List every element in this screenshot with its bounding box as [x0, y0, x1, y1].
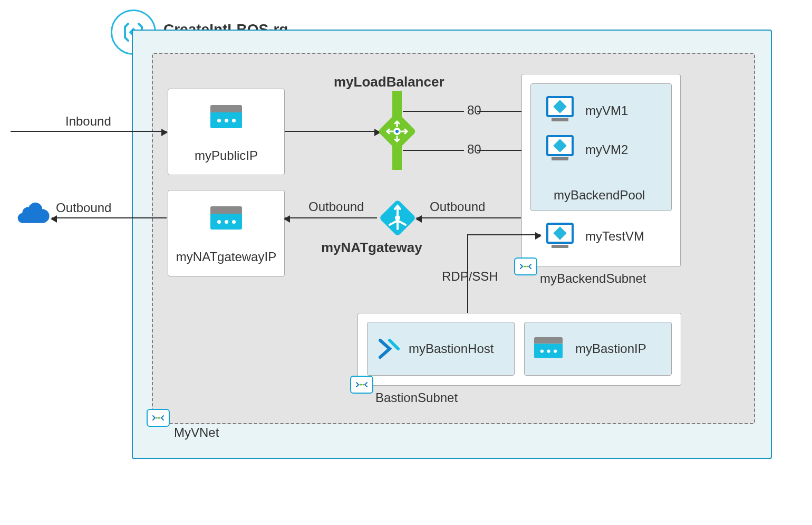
architecture-diagram: CreateIntLBQS-rg MyVNet Inbound myPublic… — [0, 0, 812, 525]
rdp-ssh-label: RDP/SSH — [442, 269, 498, 284]
public-ip-icon — [210, 105, 242, 128]
bastion-subnet-label: BastionSubnet — [375, 390, 458, 405]
svg-point-1 — [156, 417, 158, 419]
nat-gateway-ip-label: myNATgatewayIP — [168, 250, 284, 264]
svg-point-11 — [360, 384, 361, 386]
arrow-natip-to-cloud — [52, 217, 167, 218]
public-ip-card: myPublicIP — [168, 89, 285, 175]
vm1-label: myVM1 — [585, 103, 628, 118]
vnet-label: MyVNet — [174, 425, 219, 440]
vnet-badge-outer — [147, 409, 170, 427]
vm-icon-1 — [546, 96, 574, 121]
outbound-label-2: Outbound — [308, 199, 364, 214]
arrow-publicip-to-lb — [285, 131, 380, 132]
svg-point-10 — [395, 215, 400, 221]
svg-point-12 — [361, 384, 363, 386]
svg-point-7 — [525, 266, 527, 268]
nat-gateway-ip-icon — [210, 206, 242, 230]
bastion-ip-icon — [534, 337, 563, 358]
nat-gateway-label: myNATgateway — [321, 240, 422, 256]
test-vm-label: myTestVM — [585, 229, 644, 244]
port-label-2: 80 — [464, 142, 485, 157]
inbound-label: Inbound — [65, 114, 111, 129]
svg-point-2 — [158, 417, 159, 419]
arrow-backend-to-natgw — [417, 217, 521, 218]
vnet-badge-bastion — [350, 376, 373, 394]
outbound-label-3: Outbound — [430, 199, 485, 214]
load-balancer-arrows-icon — [385, 120, 409, 143]
backend-pool-label: myBackendPool — [554, 188, 645, 203]
bastion-ip-panel: myBastionIP — [524, 322, 672, 376]
bastion-ip-label: myBastionIP — [575, 341, 646, 356]
arrow-natgw-to-natip — [285, 217, 377, 218]
cloud-icon — [15, 201, 52, 226]
corner-connector — [467, 234, 477, 235]
load-balancer-title: myLoadBalancer — [334, 74, 444, 90]
svg-point-5 — [395, 130, 399, 133]
bastion-icon — [377, 338, 400, 359]
vnet-badge-backend — [514, 257, 537, 275]
outbound-label-1: Outbound — [56, 201, 111, 215]
svg-point-13 — [363, 384, 364, 386]
port-label-1: 80 — [464, 103, 485, 118]
backend-subnet-label: myBackendSubnet — [540, 271, 646, 286]
arrow-inbound-to-publicip — [11, 131, 167, 132]
svg-point-3 — [159, 417, 161, 419]
vm-icon-2 — [546, 135, 574, 160]
nat-gateway-ip-card: myNATgatewayIP — [168, 190, 285, 276]
bastion-host-label: myBastionHost — [409, 341, 494, 356]
nat-gateway-icon — [379, 199, 416, 238]
svg-point-6 — [524, 266, 525, 268]
public-ip-label: myPublicIP — [168, 148, 284, 163]
test-vm-icon — [546, 223, 574, 248]
arrow-bastion-to-testvm-h — [477, 234, 540, 235]
svg-point-8 — [527, 266, 528, 268]
bastion-host-panel: myBastionHost — [367, 322, 515, 376]
vm2-label: myVM2 — [585, 142, 628, 157]
